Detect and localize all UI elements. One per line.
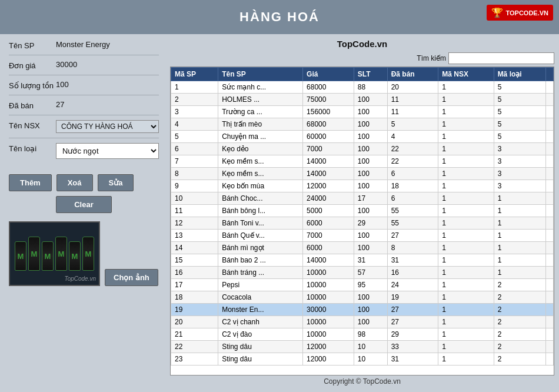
table-row[interactable]: 5Chuyện ma ...60000100415 <box>171 131 554 143</box>
table-row[interactable]: 22Sting dâu12000103312 <box>171 341 554 353</box>
ten-sp-value: Monster Energy <box>56 40 110 49</box>
cell-empty <box>546 205 554 217</box>
table-row[interactable]: 10Bánh Choc...2400017611 <box>171 192 554 205</box>
logo-icon: 🏆 <box>491 7 503 18</box>
cell-da_ban: 22 <box>387 143 438 155</box>
cell-gia: 68000 <box>303 81 354 94</box>
search-input[interactable] <box>448 52 554 64</box>
cell-ten_sp: Chuyện ma ... <box>218 131 303 143</box>
cell-ma_loai: 3 <box>494 143 545 155</box>
main-content: Tên SP Monster Energy Đơn giá 30000 Số l… <box>0 34 559 392</box>
ten-nsx-label: Tên NSX <box>9 120 56 130</box>
ten-sp-label: Tên SP <box>9 40 56 50</box>
cell-ma_loai: 3 <box>494 155 545 168</box>
cell-da_ban: 19 <box>387 291 438 304</box>
cell-empty <box>546 94 554 106</box>
table-row[interactable]: 9Kẹo bốn mùa120001001813 <box>171 180 554 192</box>
table-row[interactable]: 4Thị trấn mèo68000100515 <box>171 118 554 131</box>
cell-ma_sp: 2 <box>171 94 218 106</box>
loai-dropdown[interactable]: Nước ngọt <box>56 143 159 159</box>
col-ma-loai: Mã loại <box>494 68 545 81</box>
table-row[interactable]: 19Monster En...300001002712 <box>171 304 554 316</box>
cell-ma_nsx: 1 <box>438 155 494 168</box>
cell-slt: 100 <box>354 242 387 254</box>
cell-slt: 100 <box>354 304 387 316</box>
cell-da_ban: 4 <box>387 131 438 143</box>
table-row[interactable]: 2HOLMES ...750001001115 <box>171 94 554 106</box>
cell-slt: 100 <box>354 316 387 328</box>
cell-ma_sp: 1 <box>171 81 218 94</box>
cell-slt: 100 <box>354 291 387 304</box>
cell-slt: 31 <box>354 254 387 267</box>
table-row[interactable]: 14Bánh mì ngọt6000100811 <box>171 242 554 254</box>
table-row[interactable]: 1Sức mạnh c...68000882015 <box>171 81 554 94</box>
cell-ma_loai: 3 <box>494 180 545 192</box>
cell-empty <box>546 155 554 168</box>
them-button[interactable]: Thêm <box>9 174 52 191</box>
table-row[interactable]: 8Kẹo mềm s...14000100613 <box>171 168 554 180</box>
cell-da_ban: 55 <box>387 217 438 230</box>
cell-da_ban: 31 <box>387 254 438 267</box>
table-row[interactable]: 15Bánh bao 2 ...14000313111 <box>171 254 554 267</box>
table-row[interactable]: 13Bánh Quế v...70001002711 <box>171 230 554 242</box>
cell-ma_sp: 15 <box>171 254 218 267</box>
cell-ma_nsx: 1 <box>438 291 494 304</box>
logo-text: TOPCODE.VN <box>505 9 548 16</box>
image-area: M M M M <box>9 221 159 286</box>
cell-gia: 14000 <box>303 168 354 180</box>
cell-ma_nsx: 1 <box>438 205 494 217</box>
cell-da_ban: 24 <box>387 279 438 291</box>
table-row[interactable]: 11Bánh bông l...50001005511 <box>171 205 554 217</box>
clear-row: Clear <box>9 196 159 213</box>
cell-ten_sp: HOLMES ... <box>218 94 303 106</box>
table-row[interactable]: 23Sting dâu12000103112 <box>171 353 554 366</box>
table-row[interactable]: 20C2 vị chanh100001002712 <box>171 316 554 328</box>
cell-ma_sp: 7 <box>171 155 218 168</box>
table-row[interactable]: 17Pepsi10000952412 <box>171 279 554 291</box>
cell-ten_sp: Bánh Toni v... <box>218 217 303 230</box>
cell-da_ban: 6 <box>387 168 438 180</box>
sua-button[interactable]: Sửa <box>98 174 134 191</box>
table-header-row: Mã SP Tên SP Giá SLT Đã bán Mã NSX Mã lo… <box>171 68 554 81</box>
chon-anh-button[interactable]: Chọn ảnh <box>105 269 158 286</box>
cell-empty <box>546 143 554 155</box>
ten-sp-row: Tên SP Monster Energy <box>9 40 159 55</box>
nsx-dropdown[interactable]: CÔNG TY HÀNG HOÁ <box>56 120 159 133</box>
cell-slt: 100 <box>354 155 387 168</box>
product-table-container[interactable]: Mã SP Tên SP Giá SLT Đã bán Mã NSX Mã lo… <box>170 67 554 376</box>
cell-ten_sp: Kẹo mềm s... <box>218 155 303 168</box>
cell-ma_nsx: 1 <box>438 267 494 279</box>
cell-empty <box>546 353 554 366</box>
cell-ma_nsx: 1 <box>438 230 494 242</box>
cell-ma_nsx: 1 <box>438 304 494 316</box>
cell-ma_loai: 1 <box>494 192 545 205</box>
table-row[interactable]: 7Kẹo mềm s...140001002213 <box>171 155 554 168</box>
table-row[interactable]: 12Bánh Toni v...6000295511 <box>171 217 554 230</box>
cell-slt: 100 <box>354 94 387 106</box>
table-row[interactable]: 16Bánh tráng ...10000571611 <box>171 267 554 279</box>
cell-ma_nsx: 1 <box>438 328 494 341</box>
cell-ma_loai: 1 <box>494 205 545 217</box>
table-row[interactable]: 18Cocacola100001001912 <box>171 291 554 304</box>
cell-slt: 95 <box>354 279 387 291</box>
clear-button[interactable]: Clear <box>56 196 112 213</box>
table-row[interactable]: 3Trường ca ...1560001001115 <box>171 106 554 118</box>
cell-gia: 60000 <box>303 131 354 143</box>
so-luong-label: Số lượng tồn <box>9 80 56 90</box>
cell-da_ban: 27 <box>387 230 438 242</box>
cell-slt: 100 <box>354 118 387 131</box>
xoa-button[interactable]: Xoá <box>56 174 93 191</box>
cell-ma_nsx: 1 <box>438 106 494 118</box>
cell-ma_loai: 5 <box>494 131 545 143</box>
cell-da_ban: 31 <box>387 353 438 366</box>
cell-ma_loai: 2 <box>494 353 545 366</box>
cell-slt: 57 <box>354 267 387 279</box>
cell-slt: 100 <box>354 205 387 217</box>
cell-gia: 156000 <box>303 106 354 118</box>
cell-da_ban: 27 <box>387 304 438 316</box>
cell-ma_nsx: 1 <box>438 168 494 180</box>
cell-ten_sp: Kẹo dẻo <box>218 143 303 155</box>
table-row[interactable]: 21C2 vị đào10000982912 <box>171 328 554 341</box>
cell-gia: 10000 <box>303 291 354 304</box>
table-row[interactable]: 6Kẹo dẻo70001002213 <box>171 143 554 155</box>
